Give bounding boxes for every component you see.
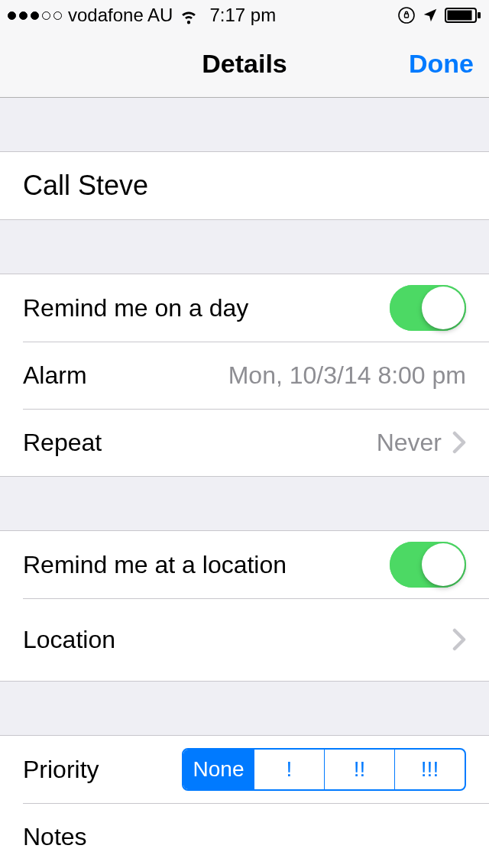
priority-option-high[interactable]: !!!: [394, 750, 465, 789]
carrier-label: vodafone AU: [68, 5, 173, 26]
location-row[interactable]: Location: [0, 598, 489, 681]
remind-day-row: Remind me on a day: [0, 274, 489, 342]
priority-option-medium[interactable]: !!: [324, 750, 394, 789]
chevron-right-icon: [452, 628, 466, 651]
svg-rect-4: [478, 12, 481, 18]
priority-group: Priority None ! !! !!! Notes: [0, 735, 489, 868]
remind-day-label: Remind me on a day: [23, 294, 248, 322]
reminder-title-text: Call Steve: [23, 170, 148, 202]
priority-label: Priority: [23, 756, 99, 784]
location-group: Remind me at a location Location: [0, 530, 489, 682]
remind-location-row: Remind me at a location: [0, 531, 489, 598]
remind-day-toggle[interactable]: [390, 285, 466, 331]
repeat-value: Never: [377, 429, 442, 457]
location-services-icon: [422, 7, 439, 24]
done-button[interactable]: Done: [409, 49, 474, 79]
battery-icon: [445, 7, 481, 24]
notes-label: Notes: [23, 823, 87, 851]
svg-rect-3: [448, 11, 472, 21]
signal-strength-icon: [8, 11, 62, 20]
day-group: Remind me on a day Alarm Mon, 10/3/14 8:…: [0, 274, 489, 477]
section-gap: [0, 98, 489, 151]
location-label: Location: [23, 626, 115, 654]
svg-rect-1: [405, 14, 409, 18]
priority-segmented-control[interactable]: None ! !! !!!: [182, 748, 466, 791]
status-bar: vodafone AU 7:17 pm: [0, 0, 489, 31]
alarm-row[interactable]: Alarm Mon, 10/3/14 8:00 pm: [0, 342, 489, 409]
repeat-label: Repeat: [23, 429, 102, 457]
page-title: Details: [202, 49, 287, 79]
repeat-row[interactable]: Repeat Never: [0, 409, 489, 476]
priority-row: Priority None ! !! !!!: [0, 736, 489, 803]
chevron-right-icon: [452, 431, 466, 454]
title-group: Call Steve: [0, 151, 489, 220]
nav-bar: Details Done: [0, 31, 489, 98]
orientation-lock-icon: [397, 6, 416, 24]
status-time: 7:17 pm: [209, 5, 276, 26]
priority-option-none[interactable]: None: [183, 750, 254, 789]
alarm-label: Alarm: [23, 361, 87, 390]
remind-location-label: Remind me at a location: [23, 551, 287, 579]
wifi-icon: [179, 5, 199, 25]
remind-location-toggle[interactable]: [390, 542, 466, 588]
svg-point-0: [399, 8, 414, 23]
reminder-title-field[interactable]: Call Steve: [0, 152, 489, 219]
priority-option-low[interactable]: !: [254, 750, 324, 789]
notes-row[interactable]: Notes: [0, 803, 489, 868]
alarm-value: Mon, 10/3/14 8:00 pm: [228, 361, 466, 390]
